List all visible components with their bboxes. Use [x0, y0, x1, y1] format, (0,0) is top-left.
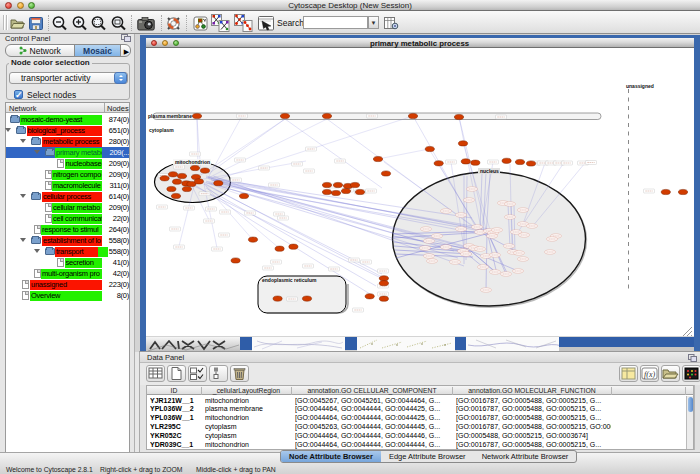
svg-text:mitochondrion: mitochondrion [175, 159, 210, 165]
svg-text:f(x): f(x) [644, 370, 655, 379]
svg-text:endoplasmic reticulum: endoplasmic reticulum [262, 277, 317, 283]
svg-text:nucleus: nucleus [480, 168, 499, 174]
svg-text:unassigned: unassigned [626, 83, 654, 89]
svg-text:plasma membrane: plasma membrane [148, 113, 192, 119]
svg-text:cytoplasm: cytoplasm [149, 127, 174, 133]
